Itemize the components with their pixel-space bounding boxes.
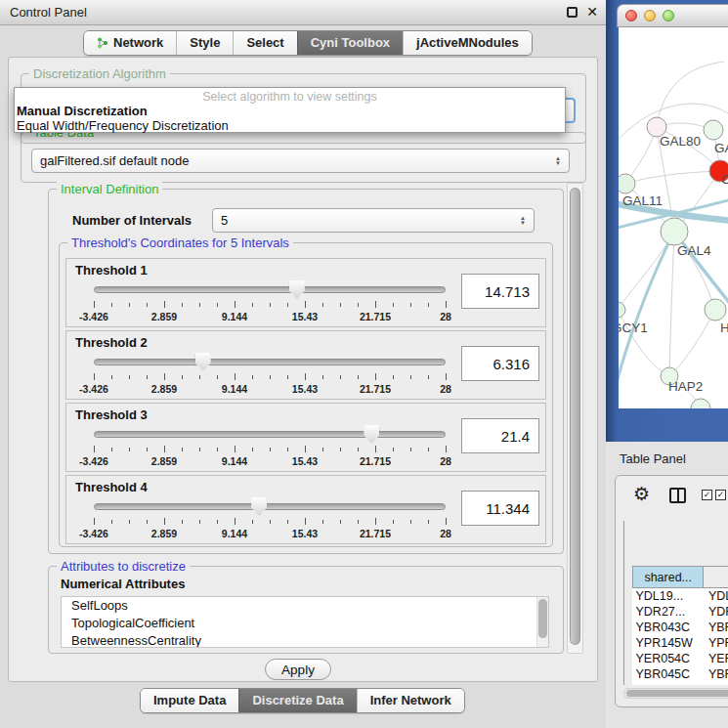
checkbox-icon[interactable]: ✓ [702, 490, 712, 500]
cell-shared-name[interactable]: YDL19... [633, 588, 704, 604]
table-row[interactable]: YDL19...YDL1 [633, 588, 728, 604]
cell-shared-name[interactable]: YER054C [633, 651, 704, 666]
table-row[interactable]: YPR145WYPR1 [633, 635, 728, 651]
attribute-list-item[interactable]: TopologicalCoefficient [62, 615, 548, 632]
threshold-value-field[interactable] [461, 346, 539, 381]
node-label: GCY1 [619, 321, 648, 335]
scale-label: 28 [440, 311, 451, 322]
control-panel-titlebar: Control Panel ✕ [0, 0, 606, 25]
cell-shared-name[interactable]: YBR045C [633, 666, 704, 682]
column-header-name[interactable]: na [704, 567, 728, 588]
close-panel-icon[interactable]: ✕ [586, 6, 598, 19]
checkbox-icon[interactable]: ✓ [715, 490, 726, 500]
slider-thumb[interactable] [251, 497, 267, 516]
slider-thumb[interactable] [195, 353, 211, 371]
network-node[interactable] [691, 399, 710, 408]
node-label: C [721, 172, 728, 187]
cell-shared-name[interactable]: YPR145W [633, 635, 704, 651]
interval-definition-title: Interval Definition [57, 182, 162, 196]
table-row[interactable]: YDR27...YDR2 [633, 604, 728, 620]
table-row[interactable]: YBR043CYBR0 [633, 620, 728, 635]
table-panel-title: Table Panel [620, 451, 686, 466]
tab-label: Select [246, 35, 283, 50]
number-of-intervals-value: 5 [213, 213, 516, 228]
minimize-window-icon[interactable] [644, 10, 656, 21]
tab-network[interactable]: Network [84, 31, 176, 55]
table-data-combobox[interactable]: galFiltered.sif default node ▲▼ [31, 149, 570, 173]
network-node[interactable] [619, 302, 625, 318]
checkbox-icons[interactable]: ✓ ✓ [702, 490, 726, 500]
node-label: GAL80 [660, 134, 701, 149]
cell-name[interactable]: YPR1 [704, 635, 728, 651]
tab-impute-data[interactable]: Impute Data [141, 689, 238, 712]
dropdown-item-manual[interactable]: Manual Discretization [15, 104, 565, 118]
node-label: GAL11 [622, 193, 663, 208]
cell-name[interactable]: YDR2 [704, 604, 728, 620]
table-row[interactable]: YBL079WYBL0 [633, 682, 728, 686]
threshold-value-field[interactable] [461, 491, 539, 526]
threshold-slider[interactable]: -3.4262.8599.14415.4321.71528 [94, 497, 446, 540]
table-horizontal-scrollbar[interactable] [623, 688, 728, 699]
cell-shared-name[interactable]: YBL079W [633, 682, 704, 686]
scale-label: -3.426 [79, 311, 108, 322]
attributes-list-scrollbar[interactable] [536, 597, 548, 647]
column-header-shared-name[interactable]: shared... [633, 567, 704, 588]
network-node[interactable] [619, 174, 635, 193]
table-row[interactable]: YBR045CYBR0 [633, 666, 728, 682]
threshold-value-field[interactable] [461, 418, 539, 453]
slider-thumb[interactable] [289, 280, 305, 299]
tab-cyni-toolbox[interactable]: Cyni Toolbox [297, 31, 403, 55]
cell-name[interactable]: YBL0 [704, 682, 728, 686]
scale-label: 2.859 [151, 383, 177, 395]
threshold-slider[interactable]: -3.4262.8599.14415.4321.71528 [94, 353, 446, 396]
settings-vertical-scrollbar[interactable] [567, 183, 583, 654]
network-node[interactable] [704, 120, 723, 140]
attribute-list-item[interactable]: BetweennessCentrality [62, 632, 548, 648]
cell-name[interactable]: YBR0 [704, 666, 728, 682]
zoom-window-icon[interactable] [663, 10, 674, 21]
network-window-titlebar[interactable] [617, 4, 728, 27]
slider-track[interactable] [94, 503, 446, 510]
slider-track[interactable] [94, 431, 446, 438]
threshold-value-field[interactable] [461, 274, 539, 309]
table-row[interactable]: YER054CYER0 [633, 651, 728, 666]
tab-jactivemnodules[interactable]: jActiveMNodules [403, 31, 532, 55]
interval-definition-group: Interval Definition Number of Intervals … [48, 189, 564, 554]
gear-icon[interactable]: ⚙ [633, 483, 650, 505]
split-columns-icon[interactable] [669, 488, 686, 503]
slider-track[interactable] [94, 286, 446, 293]
close-window-icon[interactable] [625, 10, 637, 21]
control-panel: Control Panel ✕ NetworkStyleSelectCyni T… [0, 0, 606, 728]
cell-name[interactable]: YBR0 [704, 620, 728, 635]
table-data-group: Table Data galFiltered.sif default node … [21, 132, 586, 183]
tab-discretize-data[interactable]: Discretize Data [238, 689, 356, 712]
top-tab-bar: NetworkStyleSelectCyni ToolboxjActiveMNo… [83, 30, 533, 56]
threshold-slider[interactable]: -3.4262.8599.14415.4321.71528 [94, 280, 446, 323]
dropdown-item-equal-width[interactable]: Equal Width/Frequency Discretization [15, 118, 565, 133]
float-window-icon[interactable] [567, 7, 578, 18]
threshold-slider[interactable]: -3.4262.8599.14415.4321.71528 [94, 425, 446, 468]
slider-track[interactable] [94, 359, 446, 365]
cell-shared-name[interactable]: YBR043C [633, 620, 704, 635]
node-label: H [720, 321, 728, 335]
window-buttons: ✕ [567, 6, 598, 19]
network-node[interactable] [661, 218, 688, 245]
network-canvas[interactable]: GAL80GACGAL11GAL4GCY1HHAP2 [619, 27, 728, 408]
tab-infer-network[interactable]: Infer Network [357, 689, 464, 712]
cell-shared-name[interactable]: YDR27... [633, 604, 704, 620]
numerical-attributes-list[interactable]: SelfLoopsTopologicalCoefficientBetweenne… [61, 596, 549, 648]
tab-style[interactable]: Style [176, 31, 233, 55]
number-of-intervals-combobox[interactable]: 5 ▲▼ [212, 208, 535, 233]
attribute-list-item[interactable]: SelfLoops [62, 597, 548, 615]
threshold-label: Threshold 3 [75, 407, 148, 422]
numerical-attributes-label: Numerical Attributes [61, 577, 185, 591]
network-node[interactable] [705, 299, 726, 321]
tab-label: Cyni Toolbox [311, 35, 390, 50]
apply-button[interactable]: Apply [265, 659, 331, 680]
cell-name[interactable]: YER0 [704, 651, 728, 666]
scale-label: 21.715 [360, 528, 391, 539]
tab-select[interactable]: Select [233, 31, 296, 55]
cell-name[interactable]: YDL1 [704, 588, 728, 604]
scale-label: 15.43 [292, 311, 318, 322]
slider-thumb[interactable] [364, 425, 379, 444]
